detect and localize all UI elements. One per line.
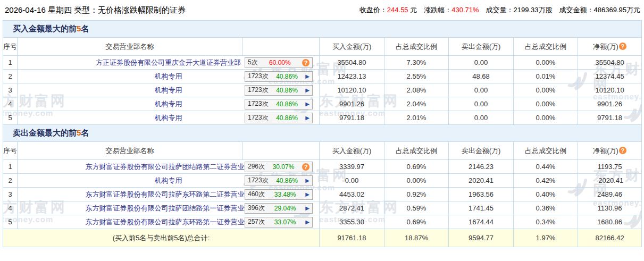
branch-stats-badge[interactable]: 1723次 40.86% ? ▶ xyxy=(245,71,313,82)
volume-group: 成交量：2199.33万股 xyxy=(486,5,553,15)
col-header-branch: 交易营业部名称 xyxy=(18,142,242,160)
branch-pct: 40.86% xyxy=(269,177,306,184)
branch-pct: 40.86% xyxy=(269,87,306,94)
branch-stats-badge[interactable]: 1723次 40.86% ? ▶ xyxy=(245,99,313,110)
play-arrow-icon[interactable]: ▶ xyxy=(305,206,310,211)
branch-pct: 30.07% xyxy=(265,163,302,171)
branch-name-link[interactable]: 机构专用 xyxy=(155,114,182,122)
totals-row: (买入前5名与卖出前5名)总合计: 91761.18 18.87% 9594.7… xyxy=(3,229,642,247)
branch-stats-badge[interactable]: 296次 30.07% ? ▶ xyxy=(245,162,313,172)
table-row: 4 东方财富证券股份有限公司拉萨团结路第一证券营业部 396次 29.04% ?… xyxy=(3,201,642,215)
buy-ratio-cell: 0.69% xyxy=(384,160,449,174)
question-icon[interactable]: ? xyxy=(302,163,310,171)
branch-name-link[interactable]: 方正证券股份有限公司重庆金开大道证券营业部 xyxy=(96,58,241,66)
play-arrow-icon[interactable]: ▶ xyxy=(305,102,310,107)
branch-name-link[interactable]: 机构专用 xyxy=(155,72,182,80)
branch-name-link[interactable]: 东方财富证券股份有限公司拉萨团结路第二证券营业部 xyxy=(86,163,252,171)
change-percent-value: 430.71% xyxy=(451,6,479,14)
net-help-question-icon[interactable]: ? xyxy=(619,147,626,154)
branch-times: 257次 xyxy=(248,217,265,226)
change-percent-label: 涨跌幅： xyxy=(424,6,451,14)
sell-amount-cell: 0.00 xyxy=(449,83,514,97)
branch-cell: 机构专用 1723次 40.86% ? ▶ xyxy=(18,97,320,111)
table-row: 4 机构专用 1723次 40.86% ? ▶ 9901.26 2.04% 0.… xyxy=(3,97,642,111)
sell-ratio-cell: 0.34% xyxy=(514,215,578,229)
buy-ratio-cell: 0.59% xyxy=(384,201,449,215)
buy-column-header-row: 序号 交易营业部名称 买入金额(万) 占总成交比例 卖出金额(万) 占总成交比例… xyxy=(3,38,642,56)
play-arrow-icon[interactable]: ▶ xyxy=(305,115,310,121)
branch-times: 396次 xyxy=(248,204,265,213)
play-arrow-icon[interactable]: ▶ xyxy=(305,220,310,225)
branch-name-link[interactable]: 东方财富证券股份有限公司拉萨团结路第一证券营业部 xyxy=(86,204,252,212)
play-arrow-icon[interactable]: ▶ xyxy=(305,178,310,183)
buy-ratio-cell: 0.00% xyxy=(384,174,449,188)
play-arrow-icon[interactable]: ▶ xyxy=(305,192,310,197)
branch-stats-badge[interactable]: 1723次 40.86% ? ▶ xyxy=(245,175,313,186)
branch-name-link[interactable]: 机构专用 xyxy=(155,100,182,108)
sell-amount-cell: 1741.45 xyxy=(449,201,514,215)
branch-name-link[interactable]: 机构专用 xyxy=(155,86,182,94)
table-row: 3 东方财富证券股份有限公司拉萨东环路第二证券营业部 460次 33.48% ?… xyxy=(3,188,642,201)
branch-stats-badge[interactable]: 5次 60.00% ? ▶ xyxy=(245,57,313,68)
branch-name-link[interactable]: 东方财富证券股份有限公司拉萨东环路第二证券营业部 xyxy=(86,190,252,198)
summary-bar: 收盘价：244.55 元 涨跌幅：430.71% 成交量：2199.33万股 成… xyxy=(353,5,640,15)
branch-cell: 东方财富证券股份有限公司拉萨东环路第一证券营业部 257次 33.07% ? ▶ xyxy=(18,215,320,229)
buy-amount-cell: 9791.18 xyxy=(320,111,384,125)
change-percent-group: 涨跌幅：430.71% xyxy=(424,5,479,15)
sell-section-title: 卖出金额最大的前5名 xyxy=(3,125,642,142)
col-header-badge xyxy=(242,38,320,56)
branch-name-link[interactable]: 机构专用 xyxy=(155,176,182,184)
branch-cell: 机构专用 1723次 40.86% ? ▶ xyxy=(18,111,320,125)
close-price-unit: 元 xyxy=(410,6,417,14)
question-icon[interactable]: ? xyxy=(302,59,310,66)
sell-amount-cell: 1674.44 xyxy=(449,215,514,229)
buy-ratio-cell: 0.69% xyxy=(384,215,449,229)
volume-label: 成交量： xyxy=(486,6,514,14)
branch-stats-badge[interactable]: 1723次 40.86% ? ▶ xyxy=(245,113,313,123)
col-header-sell-amount: 卖出金额(万) xyxy=(449,38,514,56)
buy-ratio-cell: 2.55% xyxy=(384,70,449,83)
totals-label: (买入前5名与卖出前5名)总合计: xyxy=(3,229,320,247)
branch-times: 296次 xyxy=(248,162,265,171)
branch-stats-badge[interactable]: 396次 29.04% ? ▶ xyxy=(245,203,313,214)
net-amount-cell: 1680.86 xyxy=(578,215,642,229)
sell-ratio-cell: 0.42% xyxy=(514,174,578,188)
totals-sell-amount: 9594.77 xyxy=(449,229,514,247)
col-header-index: 序号 xyxy=(3,142,18,160)
branch-times: 1723次 xyxy=(248,99,269,108)
page-title: 2026-04-16 星期四 类型：无价格涨跌幅限制的证券 xyxy=(5,5,186,15)
totals-buy-amount: 91761.18 xyxy=(320,229,384,247)
net-help-question-icon[interactable]: ? xyxy=(619,43,626,50)
lhb-table: 买入金额最大的前5名 序号 交易营业部名称 买入金额(万) 占总成交比例 卖出金… xyxy=(3,20,642,247)
branch-times: 1723次 xyxy=(248,113,269,122)
branch-name-link[interactable]: 东方财富证券股份有限公司拉萨东环路第一证券营业部 xyxy=(86,218,252,226)
branch-pct: 40.86% xyxy=(269,73,306,80)
buy-ratio-cell: 2.04% xyxy=(384,97,449,111)
branch-cell: 机构专用 1723次 40.86% ? ▶ xyxy=(18,70,320,83)
row-index: 2 xyxy=(3,70,18,83)
buy-amount-cell: 0.00 xyxy=(320,174,384,188)
branch-pct: 40.86% xyxy=(269,100,306,108)
sell-amount-cell: 48.68 xyxy=(449,70,514,83)
buy-amount-cell: 12423.13 xyxy=(320,70,384,83)
branch-stats-badge[interactable]: 257次 33.07% ? ▶ xyxy=(245,217,313,228)
sell-amount-cell: 0.00 xyxy=(449,111,514,125)
branch-stats-badge[interactable]: 1723次 40.86% ? ▶ xyxy=(245,85,313,96)
play-arrow-icon[interactable]: ▶ xyxy=(305,88,310,93)
table-row: 2 机构专用 1723次 40.86% ? ▶ 0.00 0.00% 2020.… xyxy=(3,174,642,188)
net-amount-cell: 35504.80 xyxy=(578,56,642,70)
branch-pct: 33.48% xyxy=(265,191,305,198)
play-arrow-icon[interactable]: ▶ xyxy=(305,74,310,79)
branch-pct: 40.86% xyxy=(269,114,306,122)
sell-amount-cell: 0.00 xyxy=(449,56,514,70)
table-row: 5 东方财富证券股份有限公司拉萨东环路第一证券营业部 257次 33.07% ?… xyxy=(3,215,642,229)
branch-stats-badge[interactable]: 460次 33.48% ? ▶ xyxy=(245,189,313,200)
col-header-buy-ratio: 占总成交比例 xyxy=(384,38,449,56)
row-index: 2 xyxy=(3,174,18,188)
table-row: 2 机构专用 1723次 40.86% ? ▶ 12423.13 2.55% 4… xyxy=(3,70,642,83)
row-index: 4 xyxy=(3,201,18,215)
col-header-index: 序号 xyxy=(3,38,18,56)
branch-cell: 机构专用 1723次 40.86% ? ▶ xyxy=(18,83,320,97)
buy-amount-cell: 4453.02 xyxy=(320,188,384,201)
buy-amount-cell: 2872.41 xyxy=(320,201,384,215)
